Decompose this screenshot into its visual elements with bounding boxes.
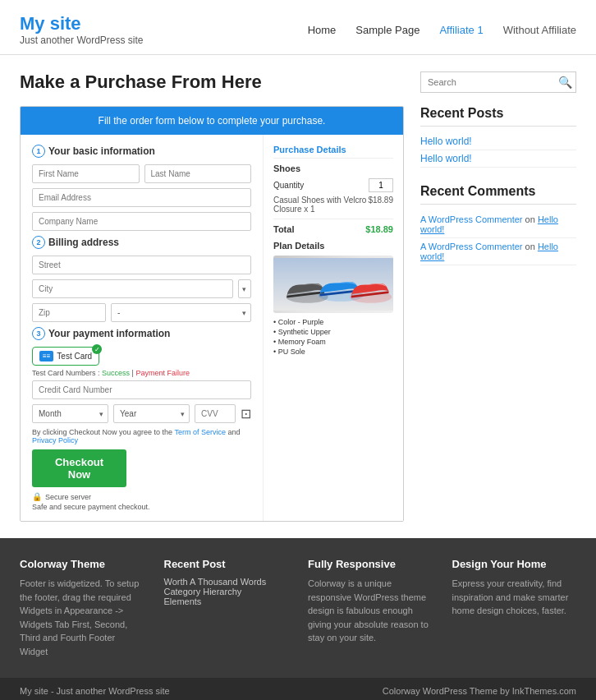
- credit-card-row: [32, 380, 251, 399]
- product-detail: Casual Shoes with Velcro Closure x 1: [273, 196, 368, 214]
- recent-comments-block: Recent Comments A WordPress Commenter on…: [420, 184, 576, 265]
- secure-text: Secure server: [45, 493, 91, 501]
- card-check-icon: ✓: [92, 344, 102, 354]
- country-select[interactable]: Country: [238, 279, 251, 298]
- city-input[interactable]: [32, 279, 233, 298]
- footer-col-4: Design Your Home Express your creativity…: [452, 558, 577, 658]
- content-area: Make a Purchase From Here Fill the order…: [20, 71, 404, 522]
- month-select[interactable]: Month: [32, 404, 108, 423]
- credit-card-input[interactable]: [32, 380, 251, 399]
- nav-affiliate1[interactable]: Affiliate 1: [439, 24, 483, 36]
- quantity-row: Quantity: [273, 178, 393, 192]
- recent-post-2[interactable]: Hello world!: [420, 150, 576, 168]
- first-name-input[interactable]: [32, 164, 140, 183]
- name-row: [32, 164, 251, 183]
- cvv-icon: ⊡: [241, 404, 251, 423]
- year-select[interactable]: Year: [113, 404, 190, 423]
- step1-number: 1: [32, 145, 45, 158]
- street-row: [32, 256, 251, 274]
- site-title: My site: [20, 13, 144, 35]
- price-row: Casual Shoes with Velcro Closure x 1 $18…: [273, 196, 393, 219]
- country-wrap: Country: [238, 279, 251, 298]
- card-label: Test Card: [57, 352, 92, 361]
- step1-label: Your basic information: [48, 145, 155, 157]
- purchase-section: Purchase Details Shoes Quantity Casual S…: [264, 135, 403, 521]
- total-row: Total $18.89: [273, 224, 393, 234]
- nav-without-affiliate[interactable]: Without Affiliate: [503, 24, 576, 36]
- total-label: Total: [273, 224, 294, 234]
- secure-row: 🔒 Secure server: [32, 492, 251, 501]
- footer-col4-text: Express your creativity, find inspiratio…: [452, 577, 577, 618]
- state-select[interactable]: -: [111, 303, 251, 322]
- footer-col1-text: Footer is widgetized. To setup the foote…: [20, 577, 144, 658]
- street-input[interactable]: [32, 256, 251, 274]
- footer-col-2: Recent Post Worth A Thousand Words Categ…: [164, 558, 289, 658]
- feature-item: Color - Purple: [273, 318, 393, 326]
- search-button[interactable]: 🔍: [553, 71, 576, 93]
- commenter-2: A WordPress Commenter: [420, 242, 523, 251]
- sidebar: 🔍 Recent Posts Hello world! Hello world!…: [420, 71, 576, 522]
- product-price: $18.89: [368, 196, 393, 214]
- footer-bottom: My site - Just another WordPress site Co…: [0, 678, 596, 700]
- lock-icon: 🔒: [32, 492, 42, 501]
- main-wrapper: Make a Purchase From Here Fill the order…: [0, 55, 596, 538]
- feature-item: Synthetic Upper: [273, 328, 393, 336]
- step3-number: 3: [32, 327, 45, 340]
- step3-label: Your payment information: [48, 328, 170, 339]
- recent-posts-title: Recent Posts: [420, 106, 576, 127]
- month-wrap: Month: [32, 404, 108, 423]
- footer-col1-title: Colorway Theme: [20, 558, 144, 570]
- search-box: 🔍: [420, 71, 576, 93]
- nav-sample-page[interactable]: Sample Page: [355, 24, 419, 36]
- footer-col3-text: Colorway is a unique responsive WordPres…: [308, 577, 433, 645]
- footer-post-link-2[interactable]: Category Hierarchy: [164, 587, 289, 596]
- footer-widgets: Colorway Theme Footer is widgetized. To …: [0, 538, 596, 678]
- email-input[interactable]: [32, 188, 251, 207]
- main-nav: Home Sample Page Affiliate 1 Without Aff…: [308, 24, 576, 36]
- checkout-box: Fill the order form below to complete yo…: [20, 106, 404, 522]
- success-link[interactable]: Success: [102, 369, 130, 377]
- card-brand-icon: ≡≡: [39, 351, 53, 362]
- step3-title: 3 Your payment information: [32, 327, 251, 340]
- privacy-link[interactable]: Privacy Policy: [32, 436, 78, 444]
- footer-bottom-right: Colorway WordPress Theme by InkThemes.co…: [383, 686, 576, 696]
- test-card-note: Test Card Numbers : Success | Payment Fa…: [32, 369, 251, 377]
- step1-title: 1 Your basic information: [32, 145, 251, 158]
- checkout-header: Fill the order form below to complete yo…: [21, 107, 403, 135]
- footer-col4-title: Design Your Home: [452, 558, 577, 570]
- checkout-button[interactable]: Checkout Now: [32, 449, 126, 487]
- nav-home[interactable]: Home: [308, 24, 337, 36]
- site-branding: My site Just another WordPress site: [20, 13, 144, 46]
- terms-link[interactable]: Term of Service: [174, 428, 226, 436]
- recent-comments-title: Recent Comments: [420, 184, 576, 205]
- company-row: [32, 212, 251, 231]
- footer-bottom-left: My site - Just another WordPress site: [20, 686, 170, 696]
- failure-link[interactable]: Payment Failure: [135, 369, 190, 377]
- product-name: Shoes: [273, 163, 393, 173]
- quantity-input[interactable]: [369, 178, 393, 192]
- footer-col3-title: Fully Responsive: [308, 558, 433, 570]
- comment-1: A WordPress Commenter on Hello world!: [420, 211, 576, 238]
- year-wrap: Year: [113, 404, 190, 423]
- email-row: [32, 188, 251, 207]
- footer-col2-title: Recent Post: [164, 558, 289, 570]
- company-input[interactable]: [32, 212, 251, 231]
- last-name-input[interactable]: [144, 164, 252, 183]
- site-tagline: Just another WordPress site: [20, 35, 144, 46]
- recent-post-1[interactable]: Hello world!: [420, 133, 576, 150]
- footer-post-link-1[interactable]: Worth A Thousand Words: [164, 577, 289, 587]
- step2-label: Billing address: [48, 237, 119, 248]
- cvv-input[interactable]: [195, 404, 236, 423]
- form-section: 1 Your basic information: [21, 135, 264, 521]
- footer-col-3: Fully Responsive Colorway is a unique re…: [308, 558, 433, 658]
- expiry-cvv-row: Month Year ⊡: [32, 404, 251, 423]
- purchase-title: Purchase Details: [273, 145, 393, 159]
- zip-input[interactable]: [32, 303, 106, 322]
- step2-title: 2 Billing address: [32, 236, 251, 249]
- checkout-body: 1 Your basic information: [21, 135, 403, 521]
- zip-row: -: [32, 303, 251, 322]
- page-title: Make a Purchase From Here: [20, 71, 404, 93]
- recent-posts-block: Recent Posts Hello world! Hello world!: [420, 106, 576, 168]
- footer-post-link-3[interactable]: Elements: [164, 596, 289, 606]
- total-price: $18.89: [365, 224, 393, 234]
